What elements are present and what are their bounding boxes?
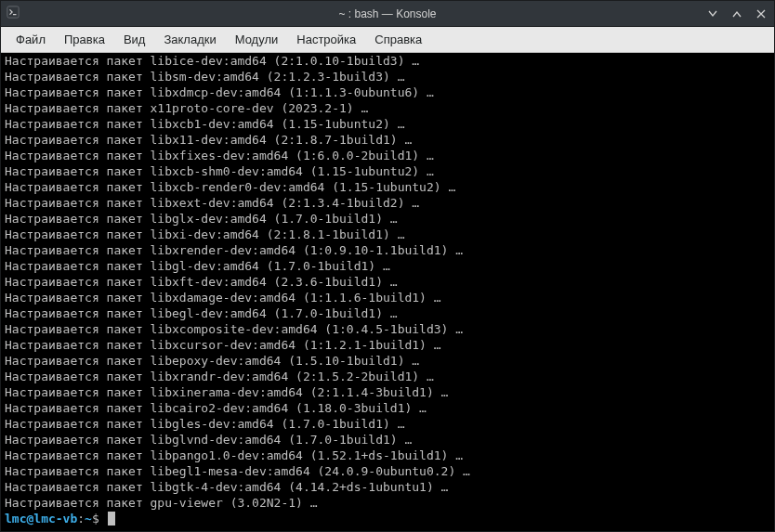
terminal-line: Настраивается пакет libxcb-shm0-dev:amd6…	[5, 163, 770, 179]
terminal-line: Настраивается пакет x11proto-core-dev (2…	[5, 100, 770, 116]
maximize-button[interactable]	[729, 6, 744, 21]
svg-rect-0	[7, 6, 19, 18]
terminal-cursor	[108, 512, 115, 526]
terminal-line: Настраивается пакет libgtk-4-dev:amd64 (…	[5, 479, 770, 495]
terminal-line: Настраивается пакет libxrender-dev:amd64…	[5, 242, 770, 258]
terminal-line: Настраивается пакет libegl-dev:amd64 (1.…	[5, 305, 770, 321]
close-button[interactable]	[754, 6, 768, 21]
menu-plugins[interactable]: Модули	[226, 29, 288, 50]
menu-view[interactable]: Вид	[114, 29, 155, 50]
terminal-line: Настраивается пакет libxcb1-dev:amd64 (1…	[5, 116, 770, 132]
titlebar-controls	[705, 6, 768, 21]
terminal-line: Настраивается пакет libxi-dev:amd64 (2:1…	[5, 227, 770, 242]
terminal-line: Настраивается пакет libxcomposite-dev:am…	[5, 321, 770, 337]
terminal-line: Настраивается пакет libxdamage-dev:amd64…	[5, 290, 770, 305]
terminal-line: Настраивается пакет libxcursor-dev:amd64…	[5, 337, 770, 353]
terminal-line: Настраивается пакет libxinerama-dev:amd6…	[5, 384, 770, 400]
terminal-line: Настраивается пакет libxrandr-dev:amd64 …	[5, 369, 770, 384]
terminal-line: Настраивается пакет libx11-dev:amd64 (2:…	[5, 132, 770, 148]
prompt-dollar: $	[92, 512, 107, 526]
terminal-line: Настраивается пакет libgles-dev:amd64 (1…	[5, 416, 770, 432]
prompt-host: lmc-vb	[33, 512, 77, 526]
terminal-line: Настраивается пакет gpu-viewer (3.02N2-1…	[5, 495, 770, 511]
terminal-line: Настраивается пакет libxft-dev:amd64 (2.…	[5, 274, 770, 290]
menu-help[interactable]: Справка	[365, 29, 431, 50]
terminal-line: Настраивается пакет libxfixes-dev:amd64 …	[5, 148, 770, 163]
terminal-line: Настраивается пакет libice-dev:amd64 (2:…	[5, 53, 770, 69]
app-icon	[7, 6, 20, 21]
prompt-user: lmc	[5, 512, 26, 526]
terminal-line: Настраивается пакет libxdmcp-dev:amd64 (…	[5, 84, 770, 100]
terminal-line: Настраивается пакет libpango1.0-dev:amd6…	[5, 448, 770, 463]
terminal-line: Настраивается пакет libglvnd-dev:amd64 (…	[5, 432, 770, 448]
menu-edit[interactable]: Правка	[55, 29, 114, 50]
terminal-line: Настраивается пакет libxext-dev:amd64 (2…	[5, 195, 770, 211]
menu-file[interactable]: Файл	[7, 29, 55, 50]
menu-bookmarks[interactable]: Закладки	[154, 29, 225, 50]
terminal-line: Настраивается пакет libglx-dev:amd64 (1.…	[5, 211, 770, 227]
prompt-cwd: ~	[85, 512, 92, 526]
terminal-line: Настраивается пакет libegl1-mesa-dev:amd…	[5, 463, 770, 479]
terminal-line: Настраивается пакет libepoxy-dev:amd64 (…	[5, 353, 770, 369]
terminal-line: Настраивается пакет libxcb-render0-dev:a…	[5, 179, 770, 195]
prompt-colon: :	[77, 512, 85, 526]
menu-settings[interactable]: Настройка	[287, 29, 365, 50]
terminal-view[interactable]: Настраивается пакет libice-dev:amd64 (2:…	[1, 53, 774, 531]
terminal-prompt[interactable]: lmc@lmc-vb:~$	[5, 511, 770, 526]
titlebar-left	[7, 6, 20, 21]
window-title: ~ : bash — Konsole	[338, 7, 436, 20]
terminal-line: Настраивается пакет libsm-dev:amd64 (2:1…	[5, 69, 770, 84]
window-titlebar: ~ : bash — Konsole	[1, 1, 774, 27]
menubar: Файл Правка Вид Закладки Модули Настройк…	[1, 27, 774, 53]
terminal-line: Настраивается пакет libgl-dev:amd64 (1.7…	[5, 258, 770, 274]
terminal-line: Настраивается пакет libcairo2-dev:amd64 …	[5, 400, 770, 416]
minimize-button[interactable]	[705, 6, 720, 21]
